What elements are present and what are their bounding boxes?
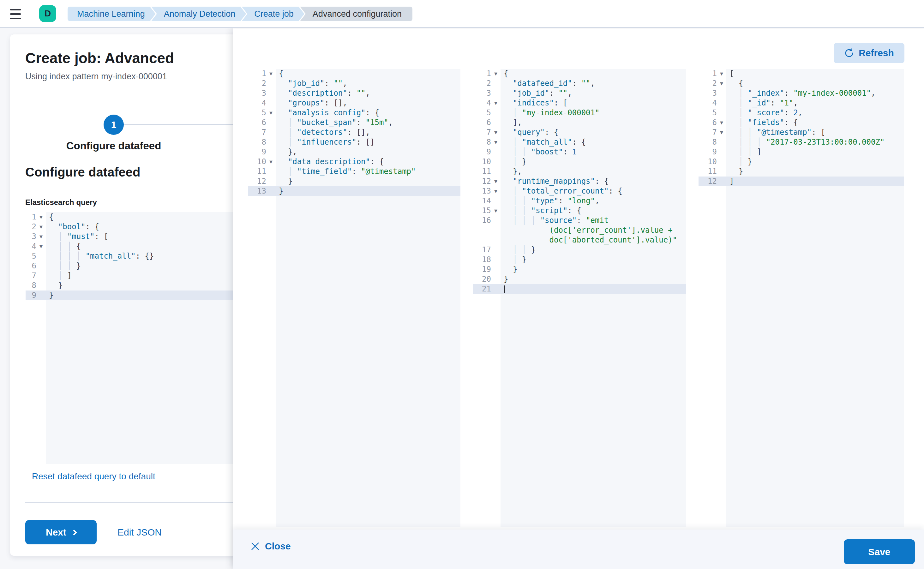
configure-datafeed-heading: Configure datafeed: [25, 165, 140, 180]
fold-toggle-icon[interactable]: ▼: [494, 98, 497, 108]
editor-gutter: 1▼: [699, 69, 726, 79]
editor-gutter: 12: [248, 176, 276, 186]
editor-gutter: 11: [473, 167, 501, 176]
fold-toggle-icon[interactable]: ▼: [494, 206, 497, 216]
editor-gutter: 11: [699, 167, 726, 176]
indent-guide: │: [58, 232, 67, 241]
editor-gutter: 4▼: [26, 242, 46, 251]
fold-toggle-icon[interactable]: ▼: [269, 69, 272, 79]
fold-toggle-icon[interactable]: ▼: [40, 222, 43, 232]
fold-toggle-icon[interactable]: ▼: [720, 79, 723, 88]
editor-gutter: 6: [26, 261, 46, 271]
code-line: 20}: [473, 274, 686, 284]
fold-toggle-icon[interactable]: ▼: [269, 157, 272, 167]
indent-guide: │: [76, 252, 85, 260]
breadcrumb-item-create-job[interactable]: Create job: [242, 7, 304, 21]
line-number: 7: [262, 128, 266, 137]
line-number: 6: [712, 118, 717, 128]
close-button[interactable]: Close: [250, 541, 291, 552]
editor-gutter: 4: [248, 98, 276, 108]
datafeed-configuration-json-editor[interactable]: 1▼{2 "datafeed_id": "",3 "job_id": "",4▼…: [473, 69, 686, 527]
next-button[interactable]: Next: [25, 520, 97, 545]
indent-guide: │: [513, 148, 522, 156]
editor-gutter: 8▼: [473, 137, 501, 147]
indent-guide: │: [288, 118, 297, 127]
editor-gutter: 1▼: [26, 212, 46, 222]
fold-toggle-icon[interactable]: ▼: [494, 69, 497, 79]
save-button[interactable]: Save: [844, 539, 915, 564]
step-1-label: Configure datafeed: [50, 140, 177, 152]
line-number: 4: [487, 98, 491, 108]
code-text: │ │ ]: [726, 147, 904, 157]
fold-toggle-icon[interactable]: ▼: [40, 242, 43, 251]
fold-toggle-icon[interactable]: ▼: [494, 137, 497, 147]
editor-gutter: 12▼: [473, 176, 501, 186]
code-text: "job_id": "",: [501, 88, 686, 98]
code-text: │ "fields": {: [726, 118, 904, 128]
code-line: 2 "datafeed_id": "",: [473, 79, 686, 88]
line-number: 3: [262, 88, 266, 98]
line-number: 9: [712, 147, 717, 157]
code-text: │ │ "@timestamp": [: [726, 128, 904, 137]
code-text: "query": {: [501, 128, 686, 137]
code-line: 13}: [248, 186, 460, 196]
breadcrumb-item-machine-learning[interactable]: Machine Learning: [68, 7, 156, 21]
code-line: 1▼{: [248, 69, 460, 79]
fold-toggle-icon[interactable]: ▼: [40, 212, 43, 222]
code-text: ]: [726, 176, 904, 186]
line-number: 11: [482, 167, 491, 176]
code-line: 7▼ "query": {: [473, 128, 686, 137]
editor-gutter: 6: [473, 118, 501, 128]
breadcrumb-item-anomaly-detection[interactable]: Anomaly Detection: [151, 7, 246, 21]
line-number: 19: [482, 265, 491, 274]
code-text: │ │ │ "2017-03-23T13:00:00.000Z": [726, 137, 904, 147]
editor-gutter: 8: [248, 137, 276, 147]
code-text: │ }: [501, 255, 686, 265]
fold-toggle-icon[interactable]: ▼: [269, 108, 272, 118]
fold-toggle-icon[interactable]: ▼: [494, 176, 497, 186]
fold-toggle-icon[interactable]: ▼: [494, 128, 497, 137]
editor-gutter: 1▼: [473, 69, 501, 79]
menu-hamburger-icon[interactable]: [10, 6, 25, 21]
line-number: 8: [32, 281, 36, 291]
line-number: 12: [482, 176, 491, 186]
code-text: │ │ "type": "long",: [501, 196, 686, 206]
fold-toggle-icon[interactable]: ▼: [494, 186, 497, 196]
indent-guide: │: [513, 108, 522, 117]
refresh-button[interactable]: Refresh: [834, 43, 904, 63]
refresh-button-label: Refresh: [859, 48, 894, 58]
editor-gutter: 1▼: [248, 69, 276, 79]
line-number: 3: [32, 232, 36, 242]
fold-toggle-icon[interactable]: ▼: [40, 232, 43, 242]
editor-gutter: [473, 235, 501, 245]
line-number: 21: [482, 284, 491, 294]
line-number: 2: [262, 79, 266, 88]
refresh-icon: [844, 48, 854, 58]
code-line: 11 }: [699, 167, 904, 176]
editor-gutter: 2▼: [699, 79, 726, 88]
line-number: 17: [482, 245, 491, 255]
code-line: doc['aborted_count'].value)": [473, 235, 686, 245]
code-line: 6 │ "bucket_span": "15m",: [248, 118, 460, 128]
code-text: }: [501, 265, 686, 274]
code-line: 4 "groups": [],: [248, 98, 460, 108]
line-number: 20: [482, 274, 491, 284]
fold-toggle-icon[interactable]: ▼: [720, 69, 723, 79]
code-line: 2 "job_id": "",: [248, 79, 460, 88]
edit-json-link[interactable]: Edit JSON: [117, 527, 162, 538]
deployment-avatar[interactable]: D: [39, 5, 56, 22]
editor-gutter: 20: [473, 274, 501, 284]
indent-guide: │: [738, 108, 748, 117]
line-number: 2: [712, 79, 717, 88]
line-number: 10: [708, 157, 717, 167]
code-line: 21: [473, 284, 686, 294]
code-line: 3 │ "_index": "my-index-000001",: [699, 88, 904, 98]
reset-datafeed-query-link[interactable]: Reset datafeed query to default: [32, 472, 155, 482]
fold-toggle-icon[interactable]: ▼: [720, 128, 723, 137]
editor-gutter: 15▼: [473, 206, 501, 216]
datafeed-preview-editor[interactable]: 1▼[2▼ {3 │ "_index": "my-index-000001",4…: [699, 69, 904, 527]
job-configuration-json-editor[interactable]: 1▼{2 "job_id": "",3 "description": "",4 …: [248, 69, 460, 527]
line-number: 9: [487, 147, 491, 157]
fold-toggle-icon[interactable]: ▼: [720, 118, 723, 128]
step-1-indicator[interactable]: 1: [104, 115, 124, 135]
